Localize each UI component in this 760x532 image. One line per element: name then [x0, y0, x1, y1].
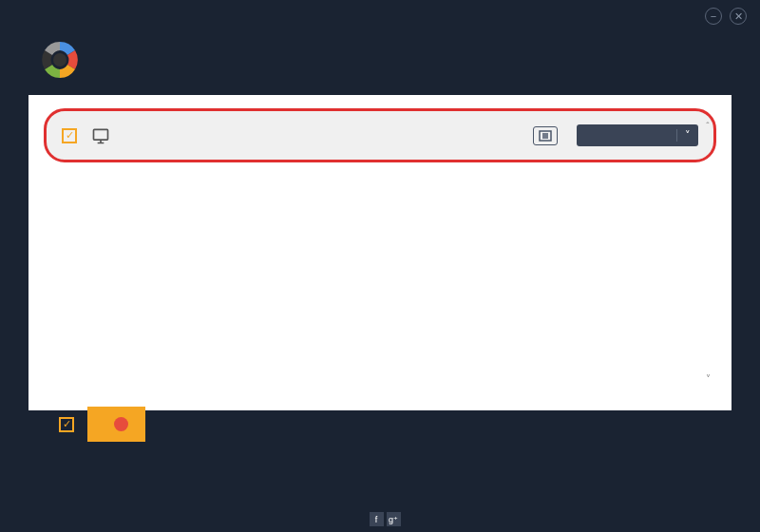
download-badge: [114, 417, 128, 431]
monitor-icon: [90, 125, 111, 146]
select-all-checkbox[interactable]: ✓: [59, 417, 74, 432]
googleplus-icon[interactable]: g⁺: [387, 512, 401, 526]
footer: f g⁺: [0, 512, 760, 526]
scroll-up-icon[interactable]: ˆ: [706, 122, 709, 132]
update-button[interactable]: ˅: [577, 124, 698, 146]
checkbox-icon[interactable]: ✓: [62, 128, 77, 143]
close-button[interactable]: ✕: [730, 8, 747, 25]
download-install-button[interactable]: [87, 407, 145, 442]
brand-header: [0, 32, 760, 95]
chevron-down-icon[interactable]: ˅: [676, 129, 698, 142]
details-icon[interactable]: [533, 126, 558, 145]
driver-row-highlighted[interactable]: ✓ ˅: [44, 108, 716, 162]
svg-rect-1: [94, 129, 108, 140]
app-logo-icon: [38, 38, 82, 82]
scroll-down-icon[interactable]: ˅: [706, 373, 711, 384]
scrollbar[interactable]: ˆ ˅: [701, 122, 714, 384]
svg-point-0: [53, 53, 66, 66]
facebook-icon[interactable]: f: [370, 512, 384, 526]
driver-list-panel: ✓ ˅ ˆ ˅ ✓: [28, 95, 732, 410]
minimize-button[interactable]: −: [705, 8, 722, 25]
